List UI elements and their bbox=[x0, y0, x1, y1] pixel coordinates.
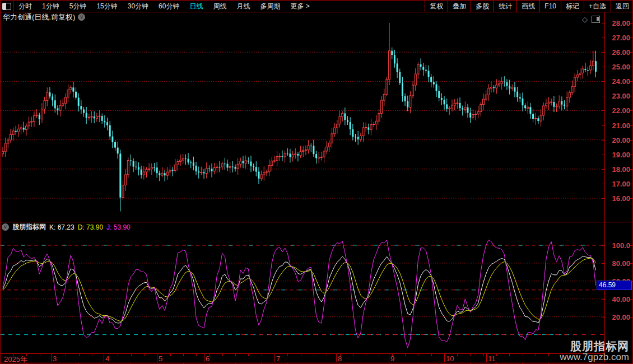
topbar-tool-item-3[interactable]: 统计 bbox=[494, 1, 517, 12]
candle-body bbox=[213, 167, 215, 171]
topbar-period-item-6[interactable]: 日线 bbox=[184, 1, 208, 12]
candle-body bbox=[72, 87, 74, 91]
axis-tick bbox=[630, 245, 633, 246]
axis-tick bbox=[630, 67, 633, 67]
candle-body bbox=[227, 164, 229, 167]
candle-body bbox=[221, 164, 223, 167]
topbar-period-item-5[interactable]: 60分钟 bbox=[153, 1, 184, 12]
candle-body bbox=[127, 160, 129, 174]
candle-body bbox=[49, 92, 50, 96]
candle-body bbox=[310, 146, 312, 146]
topbar-period-item-10[interactable]: 更多 > bbox=[285, 1, 314, 12]
candle-body bbox=[472, 114, 474, 117]
topbar-tool-item-7[interactable]: +自选 bbox=[584, 1, 611, 12]
candle-body bbox=[46, 92, 48, 101]
topbar-tool-item-0[interactable]: 复权 bbox=[425, 1, 448, 12]
candle-body bbox=[480, 105, 482, 112]
candle-body bbox=[295, 154, 296, 155]
topbar-tool-item-6[interactable]: 标记 bbox=[561, 1, 584, 12]
topbar-period-item-7[interactable]: 周线 bbox=[208, 1, 231, 12]
week-tick bbox=[536, 354, 536, 356]
candle-body bbox=[313, 146, 314, 154]
week-tick bbox=[483, 354, 484, 356]
candle-body bbox=[357, 137, 359, 139]
candle-body bbox=[216, 167, 218, 167]
candle-body bbox=[514, 87, 515, 92]
topbar-tool-item-8[interactable]: 返回 bbox=[611, 1, 633, 12]
candle-body bbox=[516, 92, 518, 97]
topbar-period-item-8[interactable]: 月线 bbox=[231, 1, 255, 12]
axis-tick bbox=[602, 67, 604, 67]
candlestick-chart[interactable] bbox=[1, 22, 604, 219]
candle-body bbox=[292, 155, 294, 157]
candle-body bbox=[420, 64, 422, 67]
week-tick bbox=[196, 354, 197, 356]
candle-body bbox=[527, 107, 529, 108]
axis-tick bbox=[602, 263, 604, 264]
topbar-period-item-4[interactable]: 30分钟 bbox=[123, 1, 153, 12]
price-axis-label: 26.00 bbox=[606, 48, 630, 57]
candle-body bbox=[17, 129, 19, 132]
candle-body bbox=[33, 116, 35, 122]
axis-tick bbox=[602, 140, 604, 141]
price-axis-label: 19.00 bbox=[606, 151, 630, 159]
week-tick bbox=[79, 354, 80, 356]
axis-tick bbox=[602, 184, 604, 184]
topbar-period-item-1[interactable]: 1分钟 bbox=[37, 1, 64, 12]
topbar-period-item-2[interactable]: 5分钟 bbox=[64, 1, 92, 12]
candle-body bbox=[86, 113, 87, 118]
candle-body bbox=[117, 148, 119, 154]
topbar-tool-item-1[interactable]: 叠加 bbox=[448, 1, 471, 12]
candle-body bbox=[315, 154, 317, 158]
axis-tick bbox=[602, 38, 604, 38]
chevron-down-icon[interactable]: ˅ bbox=[78, 13, 85, 21]
candle-body bbox=[488, 88, 490, 95]
topbar-period-item-3[interactable]: 15分钟 bbox=[91, 1, 122, 12]
candle-body bbox=[67, 90, 69, 97]
axis-tick bbox=[630, 81, 633, 82]
price-axis-label: 22.00 bbox=[606, 106, 630, 115]
candle-body bbox=[592, 61, 594, 66]
candle-body bbox=[161, 173, 163, 175]
week-tick bbox=[379, 354, 379, 356]
topbar-tool-item-4[interactable]: 画线 bbox=[517, 1, 540, 12]
candle-body bbox=[109, 125, 111, 137]
candle-body bbox=[360, 136, 361, 139]
week-tick bbox=[66, 354, 66, 356]
topbar-tool-item-5[interactable]: F10 bbox=[540, 1, 561, 12]
candle-body bbox=[391, 51, 393, 55]
axis-tick bbox=[602, 110, 604, 111]
axis-tick bbox=[602, 52, 604, 53]
axis-tick bbox=[602, 155, 604, 155]
candle-body bbox=[240, 161, 241, 165]
week-tick bbox=[340, 354, 341, 356]
candle-body bbox=[323, 151, 325, 157]
candle-body bbox=[224, 164, 226, 164]
topbar-period-item-9[interactable]: 多周期 bbox=[255, 1, 285, 12]
candle-body bbox=[362, 128, 364, 136]
kdj-chart[interactable] bbox=[1, 225, 604, 354]
candle-body bbox=[438, 91, 440, 98]
panel-divider[interactable] bbox=[1, 222, 633, 222]
week-tick bbox=[287, 354, 288, 356]
trading-app-window: { "topbar": { "left_items": [ {"label": … bbox=[0, 0, 633, 364]
topbar-tool-item-2[interactable]: 多股 bbox=[471, 1, 494, 12]
week-tick bbox=[327, 354, 327, 356]
candle-body bbox=[464, 108, 466, 110]
week-tick bbox=[405, 354, 406, 356]
candle-body bbox=[54, 100, 56, 108]
split-view-icon bbox=[2, 3, 11, 10]
layout-toggle-button[interactable] bbox=[1, 1, 13, 12]
time-axis[interactable] bbox=[1, 353, 604, 362]
week-tick bbox=[314, 354, 314, 356]
candle-body bbox=[146, 169, 147, 172]
month-divider bbox=[336, 354, 337, 362]
candle-body bbox=[571, 86, 573, 92]
candle-body bbox=[350, 122, 351, 129]
axis-tick bbox=[630, 110, 633, 111]
topbar-period-item-0[interactable]: 分时 bbox=[13, 1, 37, 12]
candle-body bbox=[260, 175, 262, 179]
candle-body bbox=[365, 128, 367, 128]
candle-body bbox=[39, 115, 40, 119]
candle-body bbox=[248, 161, 249, 162]
